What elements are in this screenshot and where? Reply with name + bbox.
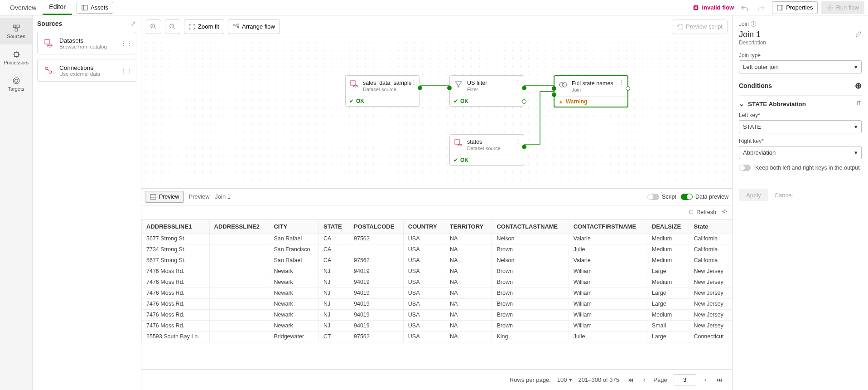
source-card-connections[interactable]: Connections Use external data ⋮⋮ bbox=[37, 59, 136, 82]
assets-button[interactable]: Assets bbox=[77, 2, 113, 14]
node-menu-icon[interactable]: ⋮ bbox=[515, 78, 521, 85]
column-header[interactable]: State bbox=[689, 219, 732, 233]
output-port[interactable] bbox=[522, 145, 526, 149]
settings-icon[interactable] bbox=[721, 208, 728, 216]
input-port-2[interactable] bbox=[552, 93, 556, 97]
table-row[interactable]: 7476 Moss Rd.NewarkNJ94019USANABrownWill… bbox=[142, 298, 732, 309]
column-header[interactable]: TERRITORY bbox=[445, 219, 492, 233]
chevron-down-icon[interactable]: ⌄ bbox=[739, 100, 744, 107]
table-row[interactable]: 7476 Moss Rd.NewarkNJ94019USANABrownWill… bbox=[142, 266, 732, 277]
drag-handle-icon[interactable]: ⋮⋮ bbox=[121, 40, 132, 47]
column-header[interactable]: ADDRESSLINE1 bbox=[142, 219, 210, 233]
table-cell bbox=[209, 255, 269, 266]
table-cell: Small bbox=[647, 320, 689, 331]
column-header[interactable]: DEALSIZE bbox=[647, 219, 689, 233]
table-row[interactable]: 7476 Moss Rd.NewarkNJ94019USANABrownWill… bbox=[142, 320, 732, 331]
table-row[interactable]: 5677 Strong St.San RafaelCA97562USANANel… bbox=[142, 233, 732, 244]
column-header[interactable]: CONTACTFIRSTNAME bbox=[569, 219, 647, 233]
right-key-select[interactable]: Abbreviation ▾ bbox=[739, 146, 862, 159]
zoom-in-button[interactable] bbox=[146, 20, 161, 34]
edit-icon[interactable] bbox=[855, 31, 862, 39]
preview-button[interactable]: Preview bbox=[145, 191, 184, 203]
keep-both-keys-toggle[interactable] bbox=[739, 165, 751, 171]
first-page-button[interactable]: ⏮ bbox=[626, 375, 635, 385]
table-row[interactable]: 7476 Moss Rd.NewarkNJ94019USANABrownWill… bbox=[142, 309, 732, 320]
output-port[interactable] bbox=[626, 86, 630, 91]
collapse-icon[interactable] bbox=[130, 20, 136, 27]
extra-port[interactable] bbox=[522, 99, 526, 104]
column-header[interactable]: ADDRESSLINE2 bbox=[209, 219, 269, 233]
zoom-fit-button[interactable]: Zoom fit bbox=[184, 20, 224, 34]
filter-icon bbox=[453, 79, 463, 89]
table-cell: 5677 Strong St. bbox=[142, 255, 210, 266]
node-title: US filter bbox=[467, 79, 487, 87]
input-port-1[interactable] bbox=[552, 86, 556, 91]
script-toggle[interactable] bbox=[647, 194, 659, 200]
table-cell: 7476 Moss Rd. bbox=[142, 288, 210, 298]
drag-handle-icon[interactable]: ⋮⋮ bbox=[121, 67, 132, 74]
join-type-select[interactable]: Left outer join ▾ bbox=[739, 60, 862, 73]
table-cell: King bbox=[492, 331, 569, 342]
svg-point-38 bbox=[458, 144, 462, 146]
rail-targets[interactable]: Targets bbox=[0, 71, 32, 97]
apply-button: Apply bbox=[739, 189, 768, 201]
delete-condition-button[interactable] bbox=[856, 100, 862, 107]
output-port[interactable] bbox=[522, 86, 526, 90]
node-sub: Dataset source bbox=[467, 146, 501, 151]
properties-button[interactable]: Properties bbox=[772, 1, 818, 14]
table-row[interactable]: 7476 Moss Rd.NewarkNJ94019USANABrownWill… bbox=[142, 277, 732, 288]
rail-sources[interactable]: Sources bbox=[0, 18, 32, 44]
assets-label: Assets bbox=[91, 4, 108, 11]
node-full-state-names[interactable]: Full state names Join ⋮ ▲Warning bbox=[554, 75, 628, 107]
column-header[interactable]: STATE bbox=[319, 219, 349, 233]
refresh-button[interactable]: Refresh bbox=[688, 209, 716, 215]
table-cell: USA bbox=[403, 277, 445, 288]
table-row[interactable]: 5677 Strong St.San RafaelCA97562USANANel… bbox=[142, 255, 732, 266]
data-preview-toggle[interactable] bbox=[681, 194, 693, 200]
table-cell bbox=[209, 244, 269, 255]
source-card-datasets[interactable]: Datasets Browse from catalog ⋮⋮ bbox=[37, 32, 136, 54]
table-row[interactable]: 25593 South Bay Ln.BridgewaterCT97562USA… bbox=[142, 331, 732, 342]
node-states[interactable]: states Dataset source ⋮ ✔OK bbox=[449, 134, 524, 166]
flow-canvas[interactable]: sales_data_sample Dataset source ⋮ ✔OK U… bbox=[141, 38, 732, 188]
left-key-select[interactable]: STATE ▾ bbox=[739, 120, 862, 133]
check-icon: ✔ bbox=[453, 98, 458, 104]
rail-processors[interactable]: Processors bbox=[0, 44, 32, 71]
table-row[interactable]: 7476 Moss Rd.NewarkNJ94019USANABrownWill… bbox=[142, 288, 732, 298]
zoom-out-button[interactable] bbox=[165, 20, 180, 34]
undo-button[interactable] bbox=[738, 1, 751, 15]
table-cell: Connecticut bbox=[689, 331, 732, 342]
next-page-button[interactable]: › bbox=[703, 375, 708, 385]
page-input[interactable] bbox=[674, 374, 696, 385]
node-menu-icon[interactable]: ⋮ bbox=[411, 78, 417, 85]
output-port[interactable] bbox=[418, 86, 422, 90]
column-header[interactable]: CITY bbox=[269, 219, 319, 233]
column-header[interactable]: POSTALCODE bbox=[349, 219, 404, 233]
info-icon[interactable]: i bbox=[751, 21, 756, 27]
redo-button[interactable] bbox=[755, 1, 768, 15]
arrange-flow-button[interactable]: Arrange flow bbox=[228, 20, 280, 34]
refresh-label: Refresh bbox=[696, 209, 716, 215]
table-cell: NJ bbox=[319, 277, 349, 288]
last-page-button[interactable]: ⏭ bbox=[714, 375, 724, 385]
column-header[interactable]: CONTACTLASTNAME bbox=[492, 219, 569, 233]
table-cell: William bbox=[569, 309, 647, 320]
tab-overview[interactable]: Overview bbox=[4, 0, 43, 15]
fit-icon bbox=[189, 24, 195, 30]
node-sales-data-sample[interactable]: sales_data_sample Dataset source ⋮ ✔OK bbox=[345, 75, 420, 107]
svg-point-36 bbox=[562, 83, 567, 87]
column-header[interactable]: COUNTRY bbox=[403, 219, 445, 233]
prev-page-button[interactable]: ‹ bbox=[641, 375, 647, 385]
table-cell: 94019 bbox=[349, 320, 404, 331]
node-menu-icon[interactable]: ⋮ bbox=[619, 79, 625, 86]
data-table[interactable]: ADDRESSLINE1ADDRESSLINE2CITYSTATEPOSTALC… bbox=[141, 219, 732, 370]
input-port[interactable] bbox=[447, 86, 452, 90]
add-condition-button[interactable]: ⊕ bbox=[855, 81, 862, 91]
node-us-filter[interactable]: US filter Filter ⋮ ✔OK bbox=[449, 75, 524, 107]
tab-editor[interactable]: Editor bbox=[43, 0, 72, 15]
node-sub: Filter bbox=[467, 87, 487, 92]
card-connections-sub: Use external data bbox=[59, 71, 100, 77]
node-menu-icon[interactable]: ⋮ bbox=[515, 137, 521, 144]
table-row[interactable]: 7734 Strong St.San FranciscoCAUSANABrown… bbox=[142, 244, 732, 255]
rows-per-page-select[interactable]: 100 ▾ bbox=[557, 376, 572, 383]
